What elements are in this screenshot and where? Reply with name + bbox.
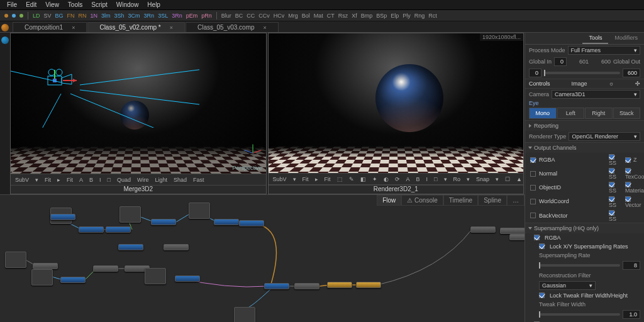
tab-tools[interactable]: Tools — [582, 33, 608, 44]
toolbar-btn-cc[interactable]: CC — [245, 13, 257, 19]
viewbar-item[interactable]: ☐ — [503, 176, 512, 182]
z-check[interactable] — [625, 168, 631, 174]
tweak-width-field[interactable]: 1.0 — [623, 310, 640, 319]
flow-node[interactable] — [93, 265, 118, 272]
flow-node[interactable] — [509, 234, 525, 240]
z-check[interactable] — [625, 157, 631, 163]
subtab-script-icon[interactable]: ✣ — [635, 80, 640, 87]
viewer-right-canvas[interactable]: 1920x1080xfl... — [269, 33, 524, 173]
toolbar-btn-elp[interactable]: Elp — [389, 13, 401, 19]
viewbar-item[interactable]: I — [97, 177, 103, 183]
flow-node[interactable] — [470, 226, 496, 233]
toolbar-btn-3sh[interactable]: 3Sh — [113, 13, 126, 19]
flow-node[interactable] — [50, 214, 75, 220]
flow-canvas[interactable] — [0, 195, 525, 322]
ss-check[interactable] — [609, 196, 614, 202]
viewbar-item[interactable]: SubV — [271, 176, 289, 182]
section-output-channels[interactable]: Output Channels — [525, 142, 644, 153]
viewbar-item[interactable]: ⟳ — [393, 176, 402, 182]
ss-check[interactable] — [609, 182, 614, 187]
menu-view[interactable]: View — [41, 1, 64, 8]
toolbar-btn-xf[interactable]: Xf — [350, 13, 359, 19]
toolbar-btn-1n[interactable]: 1N — [89, 13, 100, 19]
toolbar-btn-3rn[interactable]: 3Rn — [142, 13, 157, 19]
viewbar-item[interactable]: Snap — [474, 176, 491, 182]
viewbar-item[interactable]: ▸ — [313, 176, 320, 182]
subtab-controls[interactable]: Controls — [529, 80, 550, 87]
viewbar-item[interactable]: A — [404, 176, 412, 182]
section-reporting[interactable]: Reporting — [525, 120, 644, 131]
global-in-field2[interactable]: 0 — [529, 69, 541, 77]
viewbar-item[interactable]: ✦ — [370, 176, 379, 182]
ss-rate-field[interactable]: 8 — [623, 261, 640, 270]
toolbar-btn-hcv[interactable]: HCv — [272, 13, 287, 19]
viewbar-item[interactable]: Fit — [301, 176, 311, 182]
flow-node[interactable] — [175, 275, 200, 282]
toolbar-btn-bg[interactable]: BG — [53, 13, 65, 19]
viewbar-item[interactable]: I — [425, 176, 430, 182]
channel-check[interactable] — [530, 185, 536, 191]
flow-node[interactable] — [79, 226, 104, 233]
viewbar-item[interactable]: B — [87, 177, 95, 183]
subtab-image[interactable]: Image — [572, 80, 587, 87]
viewbar-item[interactable]: Fast — [191, 177, 206, 183]
toolbar-dot[interactable] — [19, 14, 23, 18]
toolbar-btn-rng[interactable]: Rng — [413, 13, 427, 19]
viewbar-item[interactable]: A — [77, 177, 85, 183]
channel-check[interactable] — [530, 199, 536, 204]
toolbar-btn-rn[interactable]: RN — [77, 13, 89, 19]
tweak-width-slider[interactable] — [539, 313, 620, 316]
flow-node[interactable] — [264, 283, 289, 289]
toolbar-btn-bsp[interactable]: BSp — [374, 13, 389, 19]
flow-tab[interactable]: Spline — [478, 195, 507, 206]
toolbar-btn-ply[interactable]: Ply — [401, 13, 413, 19]
toolbar-btn-fn[interactable]: FN — [65, 13, 77, 19]
flow-tab[interactable]: Flow — [377, 195, 401, 206]
check-lock-tweak[interactable] — [539, 292, 545, 298]
doc-tab[interactable]: Class_05_v03.comp× — [186, 22, 279, 32]
axis-widget[interactable] — [243, 143, 262, 162]
ss-check[interactable] — [609, 210, 614, 216]
flow-tab[interactable]: ⚠ Console — [401, 195, 443, 206]
process-mode-dropdown[interactable]: Full Frames▾ — [568, 46, 640, 55]
toolbar-btn-3lm[interactable]: 3lm — [99, 13, 113, 19]
flow-tab[interactable]: Timeline — [443, 195, 478, 206]
viewbar-item[interactable]: Fit — [323, 176, 333, 182]
toolbar-btn-prn[interactable]: pRn — [199, 13, 214, 19]
camera-dropdown[interactable]: Camera3D1▾ — [552, 90, 640, 99]
viewbar-item[interactable]: Fit — [43, 177, 53, 183]
context-dot-orange[interactable] — [1, 24, 9, 31]
ss-check[interactable] — [609, 168, 614, 174]
tab-modifiers[interactable]: Modifiers — [608, 33, 644, 44]
toolbar-btn-bmp[interactable]: Bmp — [359, 13, 375, 19]
ss-rate-slider[interactable] — [539, 264, 620, 267]
toolbar-btn-rct[interactable]: Rct — [426, 13, 439, 19]
flow-node[interactable] — [106, 226, 131, 233]
flow-node[interactable] — [31, 269, 53, 286]
z-check[interactable] — [625, 196, 631, 202]
toolbar-btn-pem[interactable]: pEm — [184, 13, 200, 19]
viewbar-item[interactable]: ◧ — [358, 176, 368, 182]
flow-node[interactable] — [145, 268, 166, 284]
section-supersampling[interactable]: Supersampling (HiQ only) — [525, 223, 644, 233]
menu-edit[interactable]: Edit — [21, 1, 41, 8]
viewbar-item[interactable]: □ — [106, 177, 113, 183]
flow-node[interactable] — [500, 228, 525, 234]
toolbar-btn-ct[interactable]: CT — [325, 13, 336, 19]
z-check[interactable] — [625, 182, 631, 187]
subtab-settings-icon[interactable]: ☼ — [609, 80, 614, 87]
recon-filter-dropdown[interactable]: Gaussian▾ — [539, 281, 596, 290]
flow-node[interactable] — [151, 219, 176, 225]
check-lock-ss[interactable] — [539, 243, 545, 249]
viewbar-item[interactable]: ▾ — [442, 176, 449, 182]
viewbar-item[interactable]: ⬚ — [335, 176, 345, 182]
menu-window[interactable]: Window — [112, 1, 143, 8]
viewbar-item[interactable]: ▾ — [291, 176, 298, 182]
toolbar-btn-3sl[interactable]: 3SL — [156, 13, 170, 19]
menu-help[interactable]: Help — [143, 1, 165, 8]
viewer-left-canvas[interactable]: Perspective — [11, 33, 266, 174]
flow-tab[interactable]: … — [507, 195, 525, 206]
toolbar-btn-mrg[interactable]: Mrg — [286, 13, 300, 19]
toolbar-btn-rsz[interactable]: Rsz — [336, 13, 350, 19]
flow-node[interactable] — [294, 283, 319, 289]
